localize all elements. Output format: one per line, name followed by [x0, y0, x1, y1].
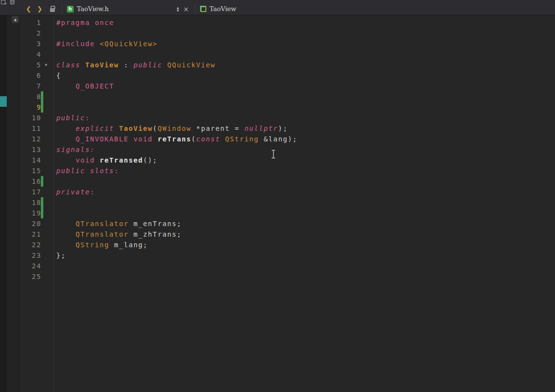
- code-line[interactable]: explicit TaoView(QWindow *parent = nullp…: [56, 123, 555, 134]
- code-line[interactable]: {: [56, 70, 555, 81]
- code-line[interactable]: #include <QQuickView>: [56, 38, 555, 49]
- line-number: 7: [19, 81, 41, 91]
- code-line[interactable]: [56, 208, 555, 218]
- line-number: 8: [19, 91, 41, 102]
- line-number: 10: [19, 113, 41, 123]
- code-line[interactable]: };: [56, 250, 555, 261]
- open-file-dropdown[interactable]: h TaoView.h ▲ ▼ ×: [62, 3, 195, 15]
- code-text-area[interactable]: #pragma once#include <QQuickView>class T…: [54, 15, 555, 392]
- code-line[interactable]: Q_OBJECT: [56, 81, 555, 91]
- line-number: 19: [19, 208, 41, 218]
- line-number: 25: [19, 271, 41, 282]
- current-symbol-name: TaoView: [210, 5, 236, 13]
- file-list-arrows-icon[interactable]: ▲ ▼: [177, 6, 179, 12]
- left-scrollbar-rail[interactable]: ▲: [7, 15, 19, 392]
- line-number: 22: [19, 240, 41, 250]
- line-number: 5: [19, 60, 41, 70]
- open-file-name: TaoView.h: [77, 5, 174, 13]
- code-line[interactable]: [56, 271, 555, 282]
- code-line[interactable]: [56, 91, 555, 102]
- code-line[interactable]: [56, 176, 555, 187]
- line-number: 3: [19, 38, 41, 49]
- gutter-row[interactable]: 20: [19, 218, 54, 229]
- line-number: 21: [19, 229, 41, 240]
- gutter-row[interactable]: 24: [19, 261, 54, 271]
- header-file-icon: h: [67, 6, 74, 13]
- code-line[interactable]: void reTransed();: [56, 155, 555, 165]
- gutter-row[interactable]: 11: [19, 123, 54, 134]
- gutter-row[interactable]: 10: [19, 113, 54, 123]
- gutter-row[interactable]: 3: [19, 38, 54, 49]
- code-line[interactable]: public slots:: [56, 165, 555, 176]
- fold-marker-icon[interactable]: ▼: [45, 60, 47, 70]
- mouse-cursor-ibeam: [270, 150, 277, 159]
- gutter-row[interactable]: 19: [19, 208, 54, 218]
- arrow-down-icon: ▼: [177, 9, 179, 12]
- line-number: 9: [19, 102, 41, 113]
- vcs-added-marker: [41, 102, 43, 113]
- line-number: 18: [19, 197, 41, 208]
- code-line[interactable]: QString m_lang;: [56, 240, 555, 250]
- line-number-gutter: 12345▼6789101112131415161718192021222324…: [19, 15, 54, 392]
- split-editor-icon[interactable]: [1, 0, 5, 4]
- gutter-row[interactable]: 7: [19, 81, 54, 91]
- code-line[interactable]: class TaoView : public QQuickView: [56, 60, 555, 70]
- close-file-button[interactable]: ×: [182, 6, 190, 13]
- editor-area: ▲ 12345▼67891011121314151617181920212223…: [0, 15, 555, 392]
- code-line[interactable]: QTranslator m_zhTrans;: [56, 229, 555, 240]
- line-number: 15: [19, 165, 41, 176]
- symbol-dropdown[interactable]: TaoView: [195, 3, 241, 15]
- line-number: 14: [19, 155, 41, 165]
- code-line[interactable]: #pragma once: [56, 17, 555, 28]
- gutter-row[interactable]: 4: [19, 49, 54, 60]
- gutter-row[interactable]: 6: [19, 70, 54, 81]
- line-number: 13: [19, 144, 41, 155]
- line-number: 17: [19, 187, 41, 197]
- vcs-added-marker: [41, 176, 43, 187]
- code-line[interactable]: [56, 197, 555, 208]
- gutter-row[interactable]: 22: [19, 240, 54, 250]
- window-corner-icons: [1, 0, 14, 5]
- gutter-row[interactable]: 14: [19, 155, 54, 165]
- line-number: 20: [19, 218, 41, 229]
- code-line[interactable]: Q_INVOKABLE void reTrans(const QString &…: [56, 134, 555, 144]
- gutter-row[interactable]: 23: [19, 250, 54, 261]
- gutter-row[interactable]: 16: [19, 176, 54, 187]
- code-line[interactable]: [56, 102, 555, 113]
- lock-icon: [50, 8, 55, 12]
- scroll-up-button[interactable]: ▲: [12, 16, 19, 23]
- gutter-row[interactable]: 5▼: [19, 60, 54, 70]
- line-number: 24: [19, 261, 41, 271]
- code-line[interactable]: [56, 261, 555, 271]
- code-editor-window: ❮ ❯ h TaoView.h ▲ ▼ × TaoView ▲ 12345▼67…: [0, 0, 555, 392]
- vcs-added-marker: [41, 197, 43, 208]
- code-line[interactable]: [56, 49, 555, 60]
- line-number: 23: [19, 250, 41, 261]
- code-line[interactable]: public:: [56, 113, 555, 123]
- code-line[interactable]: [56, 28, 555, 38]
- scroll-position-marker: [0, 96, 7, 107]
- close-panel-icon[interactable]: [10, 0, 14, 4]
- line-number: 2: [19, 28, 41, 38]
- gutter-row[interactable]: 8: [19, 91, 54, 102]
- vcs-added-marker: [41, 208, 43, 218]
- gutter-row[interactable]: 9: [19, 102, 54, 113]
- code-line[interactable]: QTranslator m_enTrans;: [56, 218, 555, 229]
- editor-toolbar: ❮ ❯ h TaoView.h ▲ ▼ × TaoView: [0, 0, 555, 15]
- code-line[interactable]: private:: [56, 187, 555, 197]
- line-number: 11: [19, 123, 41, 134]
- gutter-row[interactable]: 13: [19, 144, 54, 155]
- gutter-row[interactable]: 2: [19, 28, 54, 38]
- gutter-row[interactable]: 12: [19, 134, 54, 144]
- gutter-row[interactable]: 1: [19, 17, 54, 28]
- gutter-row[interactable]: 17: [19, 187, 54, 197]
- line-number: 12: [19, 134, 41, 144]
- line-number: 4: [19, 49, 41, 60]
- gutter-row[interactable]: 25: [19, 271, 54, 282]
- gutter-row[interactable]: 21: [19, 229, 54, 240]
- forward-button[interactable]: ❯: [34, 3, 45, 15]
- gutter-row[interactable]: 15: [19, 165, 54, 176]
- code-line[interactable]: signals:: [56, 144, 555, 155]
- back-button[interactable]: ❮: [23, 3, 34, 15]
- gutter-row[interactable]: 18: [19, 197, 54, 208]
